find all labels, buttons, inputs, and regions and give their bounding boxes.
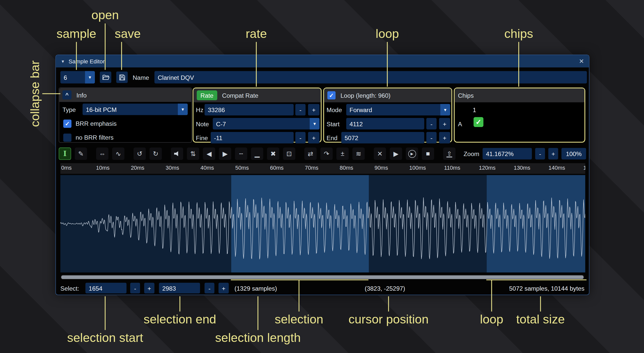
scrollbar-thumb[interactable] xyxy=(61,275,584,279)
crossfade-icon: ✕ xyxy=(377,150,383,158)
ruler-label: 80ms xyxy=(340,165,353,171)
insert-silence-icon: ╌ xyxy=(239,150,243,158)
ruler-label: 90ms xyxy=(374,165,388,171)
amplify-icon xyxy=(174,151,180,156)
selection-start-plus-button[interactable]: + xyxy=(144,283,154,293)
type-dropdown[interactable]: 16-bit PCM ▼ xyxy=(83,104,188,115)
loop-mode-dropdown[interactable]: Forward ▼ xyxy=(346,104,450,116)
delete-button[interactable]: ✖ xyxy=(267,147,279,160)
annotation-chips-line xyxy=(518,42,519,87)
edit-mode-button[interactable]: I xyxy=(59,147,71,160)
annotation-total-size-label: total size xyxy=(516,312,565,326)
normalize-button[interactable]: ⇅ xyxy=(187,147,199,160)
zoom-minus-button[interactable]: - xyxy=(535,148,545,160)
chip-enable-checkbox[interactable]: ✓ xyxy=(474,117,484,127)
waveform-view[interactable] xyxy=(60,175,585,272)
draw-button[interactable]: ✎ xyxy=(75,147,87,160)
filter-icon: ≋ xyxy=(356,150,361,158)
draw-icon: ✎ xyxy=(78,150,84,158)
fine-input[interactable]: -11 xyxy=(211,132,294,143)
zoom-plus-button[interactable]: + xyxy=(548,148,558,160)
name-input[interactable]: Clarinet DQV xyxy=(154,71,587,84)
type-label: Type xyxy=(62,104,76,115)
preview-button[interactable]: ▶ xyxy=(390,147,402,160)
amplify-button[interactable] xyxy=(171,147,183,160)
filter-button[interactable]: ≋ xyxy=(352,147,365,160)
loop-end-plus-button[interactable]: + xyxy=(439,132,450,143)
undo-button[interactable]: ↺ xyxy=(133,147,146,160)
check-icon: ✓ xyxy=(476,118,481,126)
resize-button[interactable]: ⇔ xyxy=(96,147,109,160)
loop-end-input[interactable]: 5072 xyxy=(341,132,424,143)
rate-header-label: Compat Rate xyxy=(222,92,258,99)
window-collapse-icon[interactable]: ▼ xyxy=(61,59,65,64)
preview-note-button[interactable]: ▶ xyxy=(406,147,418,160)
collapse-bar-button[interactable]: ^ xyxy=(62,90,71,99)
annotation-sample-label: sample xyxy=(57,27,96,41)
resize-icon: ⇔ xyxy=(99,150,105,157)
zoom-reset-button[interactable]: 100% xyxy=(561,148,586,160)
no-brr-filters-checkbox[interactable]: ✓ xyxy=(63,134,72,142)
annotation-rate-label: rate xyxy=(246,27,267,41)
invert-button[interactable]: ↷ xyxy=(320,147,333,160)
brr-emphasis-checkbox[interactable]: ✓ xyxy=(63,120,72,128)
mode-label: Mode xyxy=(327,104,342,116)
ruler-label: 60ms xyxy=(270,165,284,171)
resample-button[interactable]: ∿ xyxy=(112,147,124,160)
annotation-save-line xyxy=(121,42,122,70)
annotation-cursor-position-line xyxy=(388,296,389,311)
fine-minus-button[interactable]: - xyxy=(295,132,306,143)
annotation-selection-start-line xyxy=(105,296,105,330)
selection-end-plus-button[interactable]: + xyxy=(219,283,229,293)
hz-input[interactable]: 33286 xyxy=(205,104,294,116)
chips-panel: Chips 1 A ✓ xyxy=(454,88,585,143)
selection-end-value: 2983 xyxy=(162,285,176,292)
make-instrument-button[interactable]: ⇧ xyxy=(443,147,455,160)
annotated-screenshot: ▼ Sample Editor ✕ 6 ▼ Name Clarinet DQV xyxy=(0,0,644,353)
loop-checkbox[interactable]: ✓ xyxy=(327,91,336,99)
hz-minus-button[interactable]: - xyxy=(295,104,306,116)
insert-silence-button[interactable]: ╌ xyxy=(235,147,247,160)
ruler-label: 120ms xyxy=(479,165,496,171)
stop-preview-icon: ■ xyxy=(426,150,430,157)
note-dropdown[interactable]: C-7 ▼ xyxy=(213,118,319,130)
no-brr-filters-label: no BRR filters xyxy=(75,132,114,143)
brr-emphasis-label: BRR emphasis xyxy=(75,117,117,129)
selection-end-minus-button[interactable]: - xyxy=(205,283,214,293)
sample-selector[interactable]: 6 ▼ xyxy=(60,71,95,84)
hz-plus-button[interactable]: + xyxy=(308,104,320,116)
sign-convert-icon: ± xyxy=(341,150,344,157)
crossfade-button[interactable]: ✕ xyxy=(374,147,386,160)
waveform-scrollbar[interactable] xyxy=(60,274,585,280)
annotation-selection-bracket xyxy=(231,280,368,280)
chip-number: 1 xyxy=(473,104,476,116)
reverse-button[interactable]: ⇄ xyxy=(304,147,317,160)
redo-button[interactable]: ↻ xyxy=(149,147,162,160)
info-panel: ^ Info Type 16-bit PCM ▼ ✓ BRR emphasis … xyxy=(59,88,192,143)
titlebar[interactable]: ▼ Sample Editor ✕ xyxy=(56,55,589,67)
ruler-label: 20ms xyxy=(131,165,144,171)
close-icon[interactable]: ✕ xyxy=(579,58,584,65)
preview-icon: ▶ xyxy=(393,150,398,158)
loop-start-minus-button[interactable]: - xyxy=(426,118,437,130)
selection-start-minus-button[interactable]: - xyxy=(130,283,140,293)
fade-out-button[interactable]: ▶ xyxy=(219,147,231,160)
selection-start-input[interactable]: 1654 xyxy=(86,283,127,293)
rate-badge: Rate xyxy=(197,90,217,100)
selection-end-input[interactable]: 2983 xyxy=(159,283,200,293)
open-sample-button[interactable] xyxy=(100,71,111,83)
loop-end-minus-button[interactable]: - xyxy=(426,132,437,143)
zoom-input[interactable]: 41.1672% xyxy=(482,148,532,160)
fine-plus-button[interactable]: + xyxy=(308,132,320,143)
ruler-label: 150ms xyxy=(583,165,585,171)
fade-in-button[interactable]: ◀ xyxy=(203,147,215,160)
save-sample-button[interactable] xyxy=(116,71,128,83)
apply-silence-button[interactable]: ▁ xyxy=(251,147,263,160)
trim-button[interactable]: ⊡ xyxy=(283,147,295,160)
sign-convert-button[interactable]: ± xyxy=(336,147,349,160)
loop-end-value: 5072 xyxy=(345,134,358,141)
loop-start-plus-button[interactable]: + xyxy=(439,118,450,130)
loop-start-input[interactable]: 4112 xyxy=(346,118,424,130)
stop-preview-button[interactable]: ■ xyxy=(422,147,434,160)
time-ruler[interactable]: 0ms10ms20ms30ms40ms50ms60ms70ms80ms90ms1… xyxy=(60,163,585,174)
